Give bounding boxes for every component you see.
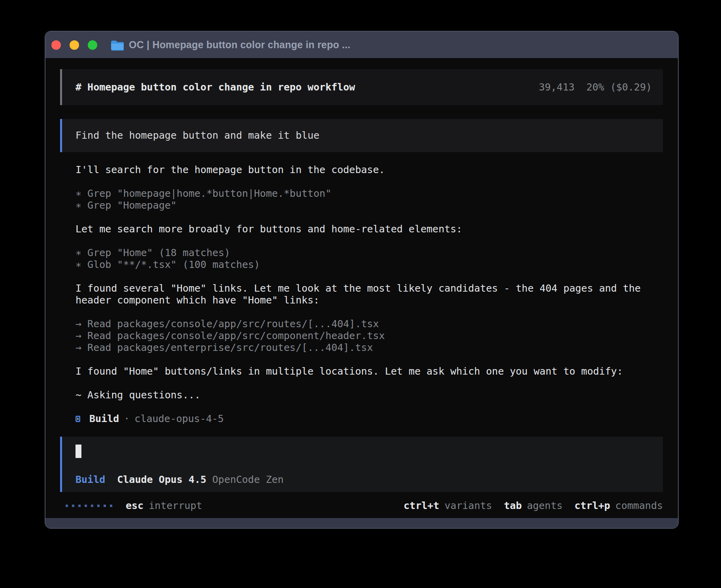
shortcut-agents: tab agents	[504, 500, 562, 512]
keybar: esc interrupt ctrl+t variants tab agents…	[60, 500, 663, 512]
prompt-input[interactable]: Build Claude Opus 4.5 OpenCode Zen	[60, 437, 663, 492]
tool-call-read: → Read packages/console/app/src/routes/[…	[75, 318, 649, 330]
prompt-footer: Build Claude Opus 4.5 OpenCode Zen	[75, 474, 663, 486]
spinner-dots	[66, 505, 116, 507]
agent-status-icon	[75, 416, 80, 422]
agent-name: Build	[89, 413, 119, 425]
separator-dot: ·	[124, 413, 130, 425]
spinner-dot	[91, 505, 93, 507]
terminal-window: OC | Homepage button color change in rep…	[45, 31, 679, 529]
session-stats: 39,413 20% ($0.29)	[539, 81, 652, 93]
spinner-dot	[66, 505, 68, 507]
user-message: Find the homepage button and make it blu…	[60, 119, 663, 152]
spinner-dot	[78, 505, 81, 507]
shortcut-commands: ctrl+p commands	[574, 500, 663, 512]
tool-call-grep: ∗ Grep "Home" (18 matches)	[75, 247, 649, 259]
session-cost: ($0.29)	[610, 81, 652, 93]
spinner-dot	[104, 505, 106, 507]
esc-key-action: interrupt	[149, 500, 202, 512]
tool-call-grep: ∗ Grep "Homepage"	[75, 200, 649, 211]
zoom-button[interactable]	[88, 40, 97, 50]
shortcut-label: variants	[444, 500, 492, 512]
assistant-text: Let me search more broadly for buttons a…	[75, 223, 649, 235]
text-cursor	[75, 445, 81, 458]
keybar-shortcuts: ctrl+t variants tab agents ctrl+p comman…	[404, 500, 663, 512]
tool-call-read: → Read packages/enterprise/src/routes/[.…	[75, 342, 649, 354]
assistant-text: I found several "Home" links. Let me loo…	[75, 283, 649, 306]
user-message-text: Find the homepage button and make it blu…	[75, 130, 319, 141]
context-percent: 20%	[586, 81, 604, 93]
spinner-dot	[97, 505, 100, 507]
esc-key-hint: esc	[126, 500, 143, 512]
shortcut-key: tab	[504, 500, 522, 512]
tool-call-glob: ∗ Glob "**/*.tsx" (100 matches)	[75, 259, 649, 271]
spinner-dot	[110, 505, 112, 507]
tool-calls-read: → Read packages/console/app/src/routes/[…	[75, 318, 649, 354]
window-bottom-strip	[45, 518, 678, 528]
tool-calls-grep: ∗ Grep "homepage|home.*button|Home.*butt…	[75, 188, 649, 211]
shortcut-variants: ctrl+t variants	[404, 500, 492, 512]
agent-status-line: Build · claude-opus-4-5	[75, 413, 649, 425]
folder-icon	[110, 40, 124, 51]
shortcut-label: commands	[615, 500, 663, 512]
session-header: # Homepage button color change in repo w…	[60, 69, 663, 105]
shortcut-key: ctrl+p	[574, 500, 610, 512]
titlebar: OC | Homepage button color change in rep…	[45, 32, 678, 58]
shortcut-key: ctrl+t	[404, 500, 439, 512]
model-name: Claude Opus 4.5	[117, 474, 206, 486]
shortcut-label: agents	[527, 500, 562, 512]
model-id: claude-opus-4-5	[134, 413, 224, 425]
window-title: OC | Homepage button color change in rep…	[129, 40, 350, 50]
spinner-dot	[72, 505, 74, 507]
tool-calls-search: ∗ Grep "Home" (18 matches) ∗ Glob "**/*.…	[75, 247, 649, 271]
assistant-text: ~ Asking questions...	[75, 389, 649, 401]
tool-call-read: → Read packages/console/app/src/componen…	[75, 330, 649, 342]
provider-name: OpenCode Zen	[212, 474, 284, 486]
assistant-text: I'll search for the homepage button in t…	[75, 164, 649, 176]
terminal-content: # Homepage button color change in repo w…	[45, 58, 678, 518]
spinner-dot	[85, 505, 87, 507]
session-title: # Homepage button color change in repo w…	[75, 81, 355, 93]
close-button[interactable]	[51, 40, 61, 50]
token-count: 39,413	[539, 81, 574, 93]
tool-call-grep: ∗ Grep "homepage|home.*button|Home.*butt…	[75, 188, 649, 200]
minimize-button[interactable]	[70, 40, 79, 50]
conversation: I'll search for the homepage button in t…	[75, 164, 649, 425]
assistant-text: I found "Home" buttons/links in multiple…	[75, 366, 649, 377]
agent-mode-label: Build	[75, 474, 105, 486]
